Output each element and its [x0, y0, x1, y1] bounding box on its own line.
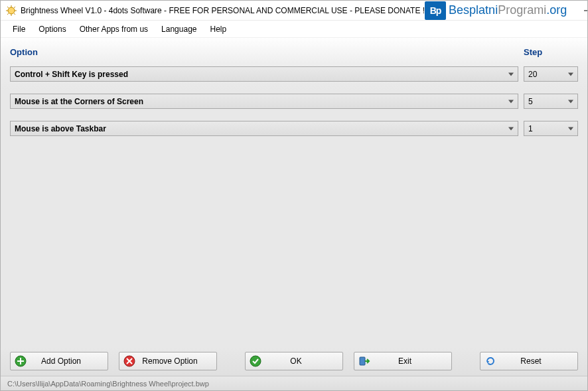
brand-logo[interactable]: Bp BesplatniProgrami.org — [425, 1, 567, 20]
svg-line-7 — [7, 13, 9, 15]
svg-point-0 — [8, 7, 15, 14]
button-label: OK — [261, 356, 342, 366]
svg-line-6 — [14, 13, 15, 15]
remove-option-button[interactable]: Remove Option — [119, 352, 217, 370]
chevron-down-icon — [568, 100, 573, 103]
header-option: Option — [10, 47, 524, 57]
option-row: Mouse is above Taskbar 1 — [10, 121, 578, 136]
option-value: Control + Shift Key is pressed — [15, 70, 128, 79]
status-path: C:\Users\Ilija\AppData\Roaming\Brightnes… — [7, 380, 209, 388]
chevron-down-icon — [508, 100, 514, 103]
option-row: Control + Shift Key is pressed 20 — [10, 66, 578, 82]
chevron-down-icon — [568, 127, 573, 130]
option-combo[interactable]: Control + Shift Key is pressed — [10, 66, 518, 82]
chevron-down-icon — [508, 127, 514, 130]
option-value: Mouse is at the Corners of Screen — [15, 97, 143, 106]
step-value: 5 — [528, 97, 533, 106]
plus-icon — [15, 355, 27, 367]
header-step: Step — [524, 47, 578, 57]
app-icon — [6, 5, 17, 17]
brand-badge: Bp — [425, 1, 446, 20]
column-headers: Option Step — [1, 38, 587, 64]
exit-icon — [358, 355, 370, 367]
titlebar: Brightness Wheel V1.0 - 4dots Software -… — [1, 1, 587, 21]
add-option-button[interactable]: Add Option — [10, 352, 108, 370]
menu-language[interactable]: Language — [155, 22, 203, 37]
menu-file[interactable]: File — [6, 22, 32, 37]
minimize-button[interactable] — [572, 1, 588, 21]
button-label: Add Option — [27, 356, 108, 366]
svg-point-19 — [250, 356, 261, 366]
step-combo[interactable]: 5 — [524, 94, 578, 109]
button-bar: Add Option Remove Option OK Exit Reset — [1, 347, 587, 376]
step-combo[interactable]: 20 — [524, 66, 578, 82]
option-value: Mouse is above Taskbar — [15, 124, 106, 133]
svg-line-5 — [7, 7, 9, 8]
option-combo[interactable]: Mouse is at the Corners of Screen — [10, 94, 518, 109]
button-label: Remove Option — [135, 356, 216, 366]
svg-line-8 — [14, 7, 15, 8]
step-value: 20 — [528, 70, 537, 79]
step-combo[interactable]: 1 — [524, 121, 578, 136]
button-label: Exit — [370, 356, 451, 366]
menu-help[interactable]: Help — [203, 22, 233, 37]
menu-options[interactable]: Options — [32, 22, 72, 37]
menu-other-apps[interactable]: Other Apps from us — [73, 22, 155, 37]
window-title: Brightness Wheel V1.0 - 4dots Software -… — [21, 6, 425, 15]
button-label: Reset — [496, 356, 577, 366]
chevron-down-icon — [508, 72, 514, 76]
check-icon — [250, 355, 261, 367]
reset-button[interactable]: Reset — [480, 352, 578, 370]
exit-button[interactable]: Exit — [354, 352, 452, 370]
chevron-down-icon — [568, 72, 573, 76]
menubar: File Options Other Apps from us Language… — [1, 21, 587, 38]
statusbar: C:\Users\Ilija\AppData\Roaming\Brightnes… — [1, 376, 587, 390]
svg-rect-20 — [360, 357, 365, 365]
x-icon — [123, 355, 135, 367]
option-combo[interactable]: Mouse is above Taskbar — [10, 121, 518, 136]
ok-button[interactable]: OK — [245, 352, 343, 370]
content-area: Control + Shift Key is pressed 20 Mouse … — [1, 64, 587, 347]
step-value: 1 — [528, 124, 533, 133]
window-controls — [572, 1, 588, 21]
refresh-icon — [484, 355, 496, 367]
option-row: Mouse is at the Corners of Screen 5 — [10, 94, 578, 109]
brand-text: BesplatniProgrami.org — [449, 3, 567, 17]
